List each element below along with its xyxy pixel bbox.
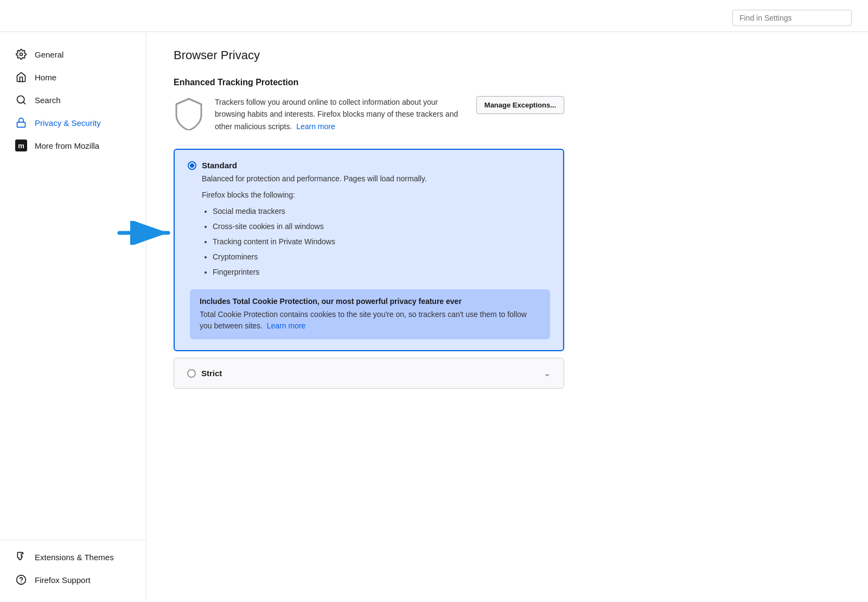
sidebar: General Home bbox=[0, 32, 146, 602]
shield-icon bbox=[174, 96, 204, 131]
learn-more-link-2[interactable]: Learn more bbox=[267, 321, 306, 330]
standard-card: Standard Balanced for protection and per… bbox=[174, 149, 564, 351]
sidebar-item-general[interactable]: General bbox=[0, 43, 146, 66]
svg-rect-3 bbox=[17, 122, 25, 127]
sidebar-item-label: Firefox Support bbox=[35, 575, 91, 585]
page-title: Browser Privacy bbox=[174, 48, 564, 62]
arrow-indicator bbox=[114, 221, 179, 245]
top-bar bbox=[0, 0, 868, 32]
list-item: Social media trackers bbox=[213, 204, 550, 219]
standard-radio-label[interactable]: Standard bbox=[188, 161, 550, 170]
sidebar-item-label: Privacy & Security bbox=[35, 118, 101, 128]
sidebar-item-search[interactable]: Search bbox=[0, 88, 146, 111]
manage-exceptions-button[interactable]: Manage Exceptions... bbox=[476, 96, 564, 114]
tcp-desc: Total Cookie Protection contains cookies… bbox=[200, 309, 540, 332]
list-item: Fingerprinters bbox=[213, 264, 550, 280]
learn-more-link-1[interactable]: Learn more bbox=[296, 122, 335, 131]
sidebar-item-label: Search bbox=[35, 96, 61, 105]
sidebar-item-firefox-support[interactable]: Firefox Support bbox=[0, 568, 146, 591]
help-icon bbox=[15, 574, 27, 586]
etp-description-text: Trackers follow you around online to col… bbox=[215, 96, 465, 132]
sidebar-item-home[interactable]: Home bbox=[0, 66, 146, 88]
sidebar-item-extensions-themes[interactable]: Extensions & Themes bbox=[0, 546, 146, 568]
main-layout: General Home bbox=[0, 32, 868, 602]
sidebar-item-mozilla[interactable]: m More from Mozilla bbox=[0, 134, 146, 157]
strict-radio-label[interactable]: Strict bbox=[187, 369, 222, 378]
home-icon bbox=[15, 71, 27, 83]
standard-subtitle: Balanced for protection and performance.… bbox=[202, 174, 550, 183]
standard-radio[interactable] bbox=[188, 161, 196, 170]
tcp-title: Includes Total Cookie Protection, our mo… bbox=[200, 297, 540, 306]
chevron-down-icon: ⌄ bbox=[544, 368, 551, 378]
gear-icon bbox=[15, 48, 27, 60]
sidebar-nav: General Home bbox=[0, 43, 146, 529]
sidebar-item-label: Extensions & Themes bbox=[35, 553, 114, 562]
list-item: Cryptominers bbox=[213, 249, 550, 264]
list-item: Tracking content in Private Windows bbox=[213, 234, 550, 249]
strict-card[interactable]: Strict ⌄ bbox=[174, 358, 564, 389]
section-title: Enhanced Tracking Protection bbox=[174, 78, 564, 87]
blocks-list: Social media trackers Cross-site cookies… bbox=[213, 204, 550, 280]
sidebar-item-label: General bbox=[35, 50, 63, 59]
lock-icon bbox=[15, 117, 27, 129]
sidebar-item-label: More from Mozilla bbox=[35, 141, 99, 150]
blocks-label: Firefox blocks the following: bbox=[202, 191, 550, 199]
puzzle-icon bbox=[15, 551, 27, 563]
sidebar-bottom: Extensions & Themes Firefox Support bbox=[0, 540, 146, 591]
strict-radio[interactable] bbox=[187, 369, 196, 378]
etp-description-row: Trackers follow you around online to col… bbox=[174, 96, 564, 132]
total-cookie-box: Includes Total Cookie Protection, our mo… bbox=[190, 289, 550, 339]
svg-point-0 bbox=[20, 53, 23, 56]
sidebar-item-privacy-security[interactable]: Privacy & Security bbox=[0, 111, 146, 134]
svg-line-2 bbox=[23, 102, 25, 104]
search-icon bbox=[15, 94, 27, 106]
main-content: Browser Privacy Enhanced Tracking Protec… bbox=[146, 32, 591, 602]
m-icon: m bbox=[15, 140, 27, 151]
sidebar-item-label: Home bbox=[35, 73, 56, 82]
find-in-settings-input[interactable] bbox=[732, 10, 852, 26]
list-item: Cross-site cookies in all windows bbox=[213, 219, 550, 234]
strict-header: Strict ⌄ bbox=[187, 368, 551, 378]
